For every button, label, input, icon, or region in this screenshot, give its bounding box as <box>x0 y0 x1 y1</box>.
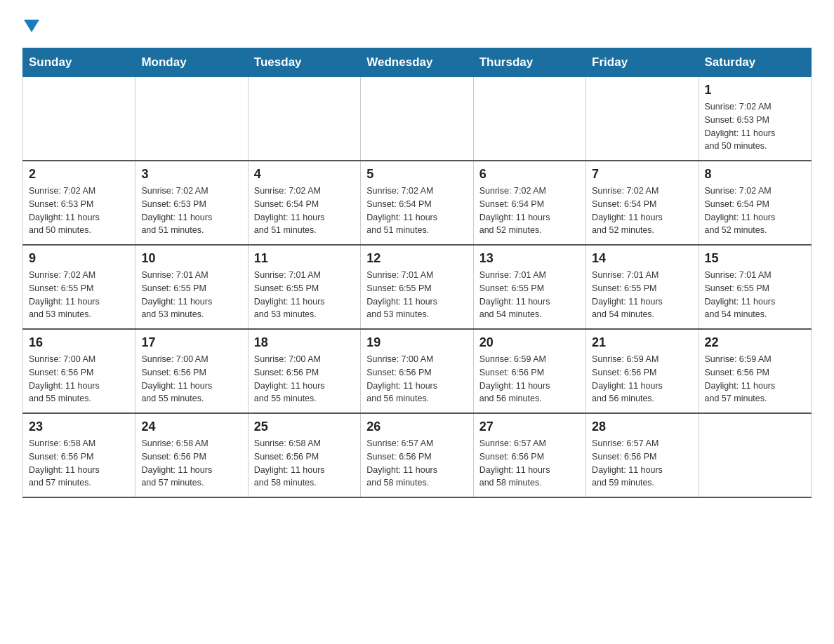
calendar-cell: 10Sunrise: 7:01 AM Sunset: 6:55 PM Dayli… <box>135 245 248 329</box>
calendar-cell <box>361 77 473 161</box>
day-info: Sunrise: 6:58 AM Sunset: 6:56 PM Dayligh… <box>29 437 129 490</box>
day-info: Sunrise: 6:57 AM Sunset: 6:56 PM Dayligh… <box>479 437 580 490</box>
day-number: 11 <box>254 251 355 266</box>
day-info: Sunrise: 7:02 AM Sunset: 6:53 PM Dayligh… <box>29 185 129 237</box>
day-number: 6 <box>479 167 580 182</box>
day-number: 7 <box>592 167 692 182</box>
calendar-cell: 14Sunrise: 7:01 AM Sunset: 6:55 PM Dayli… <box>586 245 699 329</box>
calendar-cell <box>699 413 811 497</box>
calendar-week-row: 16Sunrise: 7:00 AM Sunset: 6:56 PM Dayli… <box>23 329 812 413</box>
calendar-cell: 22Sunrise: 6:59 AM Sunset: 6:56 PM Dayli… <box>699 329 811 413</box>
day-info: Sunrise: 7:02 AM Sunset: 6:54 PM Dayligh… <box>254 185 355 237</box>
day-info: Sunrise: 7:01 AM Sunset: 6:55 PM Dayligh… <box>479 269 580 321</box>
day-of-week-header: Monday <box>135 48 248 77</box>
day-info: Sunrise: 6:58 AM Sunset: 6:56 PM Dayligh… <box>254 437 355 490</box>
calendar-body: 1Sunrise: 7:02 AM Sunset: 6:53 PM Daylig… <box>23 77 812 498</box>
day-info: Sunrise: 7:01 AM Sunset: 6:55 PM Dayligh… <box>141 269 241 321</box>
calendar-cell: 5Sunrise: 7:02 AM Sunset: 6:54 PM Daylig… <box>361 161 473 245</box>
day-info: Sunrise: 7:02 AM Sunset: 6:54 PM Dayligh… <box>366 185 467 237</box>
day-info: Sunrise: 7:01 AM Sunset: 6:55 PM Dayligh… <box>254 269 355 321</box>
day-number: 16 <box>29 335 129 350</box>
svg-marker-0 <box>24 20 39 32</box>
day-number: 9 <box>29 251 129 266</box>
calendar-cell: 6Sunrise: 7:02 AM Sunset: 6:54 PM Daylig… <box>473 161 585 245</box>
calendar-cell: 9Sunrise: 7:02 AM Sunset: 6:55 PM Daylig… <box>23 245 135 329</box>
day-number: 12 <box>366 251 467 266</box>
day-info: Sunrise: 7:00 AM Sunset: 6:56 PM Dayligh… <box>141 353 241 405</box>
day-number: 2 <box>29 167 129 182</box>
day-of-week-header: Saturday <box>699 48 811 77</box>
day-of-week-header: Friday <box>586 48 699 77</box>
calendar-cell: 11Sunrise: 7:01 AM Sunset: 6:55 PM Dayli… <box>248 245 360 329</box>
calendar-cell: 2Sunrise: 7:02 AM Sunset: 6:53 PM Daylig… <box>23 161 135 245</box>
day-info: Sunrise: 7:02 AM Sunset: 6:55 PM Dayligh… <box>29 269 129 321</box>
day-number: 25 <box>254 420 355 434</box>
day-number: 21 <box>592 335 692 350</box>
days-of-week-row: SundayMondayTuesdayWednesdayThursdayFrid… <box>23 48 812 77</box>
day-number: 14 <box>592 251 692 266</box>
day-number: 18 <box>254 335 355 350</box>
calendar-cell <box>586 77 699 161</box>
day-info: Sunrise: 6:57 AM Sunset: 6:56 PM Dayligh… <box>592 437 692 490</box>
calendar-header: SundayMondayTuesdayWednesdayThursdayFrid… <box>23 48 812 77</box>
day-info: Sunrise: 6:58 AM Sunset: 6:56 PM Dayligh… <box>141 437 241 490</box>
day-number: 5 <box>366 167 467 182</box>
calendar-cell: 13Sunrise: 7:01 AM Sunset: 6:55 PM Dayli… <box>473 245 585 329</box>
day-number: 26 <box>366 420 467 434</box>
calendar-week-row: 9Sunrise: 7:02 AM Sunset: 6:55 PM Daylig… <box>23 245 812 329</box>
calendar-table: SundayMondayTuesdayWednesdayThursdayFrid… <box>22 48 812 498</box>
day-number: 23 <box>29 420 129 434</box>
calendar-cell: 21Sunrise: 6:59 AM Sunset: 6:56 PM Dayli… <box>586 329 699 413</box>
day-number: 13 <box>479 251 580 266</box>
calendar-cell: 24Sunrise: 6:58 AM Sunset: 6:56 PM Dayli… <box>135 413 248 497</box>
day-of-week-header: Sunday <box>23 48 135 77</box>
day-of-week-header: Wednesday <box>361 48 473 77</box>
calendar-week-row: 1Sunrise: 7:02 AM Sunset: 6:53 PM Daylig… <box>23 77 812 161</box>
day-number: 17 <box>141 335 241 350</box>
calendar-week-row: 23Sunrise: 6:58 AM Sunset: 6:56 PM Dayli… <box>23 413 812 497</box>
calendar-cell <box>248 77 360 161</box>
day-info: Sunrise: 7:00 AM Sunset: 6:56 PM Dayligh… <box>29 353 129 405</box>
calendar-cell: 25Sunrise: 6:58 AM Sunset: 6:56 PM Dayli… <box>248 413 360 497</box>
day-info: Sunrise: 6:59 AM Sunset: 6:56 PM Dayligh… <box>705 353 805 405</box>
day-number: 1 <box>705 83 805 98</box>
calendar-cell: 12Sunrise: 7:01 AM Sunset: 6:55 PM Dayli… <box>361 245 473 329</box>
day-number: 10 <box>141 251 241 266</box>
calendar-cell: 27Sunrise: 6:57 AM Sunset: 6:56 PM Dayli… <box>473 413 585 497</box>
calendar-cell: 19Sunrise: 7:00 AM Sunset: 6:56 PM Dayli… <box>361 329 473 413</box>
day-info: Sunrise: 7:01 AM Sunset: 6:55 PM Dayligh… <box>366 269 467 321</box>
day-info: Sunrise: 7:00 AM Sunset: 6:56 PM Dayligh… <box>254 353 355 405</box>
day-info: Sunrise: 7:02 AM Sunset: 6:54 PM Dayligh… <box>592 185 692 237</box>
calendar-week-row: 2Sunrise: 7:02 AM Sunset: 6:53 PM Daylig… <box>23 161 812 245</box>
day-number: 24 <box>141 420 241 434</box>
day-number: 28 <box>592 420 692 434</box>
calendar-cell <box>135 77 248 161</box>
day-number: 27 <box>479 420 580 434</box>
day-info: Sunrise: 7:00 AM Sunset: 6:56 PM Dayligh… <box>366 353 467 405</box>
day-info: Sunrise: 7:01 AM Sunset: 6:55 PM Dayligh… <box>592 269 692 321</box>
day-info: Sunrise: 6:57 AM Sunset: 6:56 PM Dayligh… <box>366 437 467 490</box>
logo <box>22 17 39 34</box>
page-header <box>22 17 812 34</box>
day-number: 22 <box>705 335 805 350</box>
calendar-cell: 28Sunrise: 6:57 AM Sunset: 6:56 PM Dayli… <box>586 413 699 497</box>
day-info: Sunrise: 7:02 AM Sunset: 6:53 PM Dayligh… <box>141 185 241 237</box>
day-of-week-header: Thursday <box>473 48 585 77</box>
day-number: 20 <box>479 335 580 350</box>
day-number: 15 <box>705 251 805 266</box>
calendar-cell <box>473 77 585 161</box>
day-of-week-header: Tuesday <box>248 48 360 77</box>
day-info: Sunrise: 7:01 AM Sunset: 6:55 PM Dayligh… <box>705 269 805 321</box>
calendar-cell: 4Sunrise: 7:02 AM Sunset: 6:54 PM Daylig… <box>248 161 360 245</box>
day-info: Sunrise: 6:59 AM Sunset: 6:56 PM Dayligh… <box>479 353 580 405</box>
calendar-cell <box>23 77 135 161</box>
day-number: 4 <box>254 167 355 182</box>
day-info: Sunrise: 7:02 AM Sunset: 6:53 PM Dayligh… <box>705 100 805 153</box>
day-info: Sunrise: 7:02 AM Sunset: 6:54 PM Dayligh… <box>479 185 580 237</box>
calendar-cell: 8Sunrise: 7:02 AM Sunset: 6:54 PM Daylig… <box>699 161 811 245</box>
calendar-cell: 7Sunrise: 7:02 AM Sunset: 6:54 PM Daylig… <box>586 161 699 245</box>
calendar-cell: 18Sunrise: 7:00 AM Sunset: 6:56 PM Dayli… <box>248 329 360 413</box>
calendar-cell: 1Sunrise: 7:02 AM Sunset: 6:53 PM Daylig… <box>699 77 811 161</box>
day-number: 3 <box>141 167 241 182</box>
calendar-cell: 23Sunrise: 6:58 AM Sunset: 6:56 PM Dayli… <box>23 413 135 497</box>
